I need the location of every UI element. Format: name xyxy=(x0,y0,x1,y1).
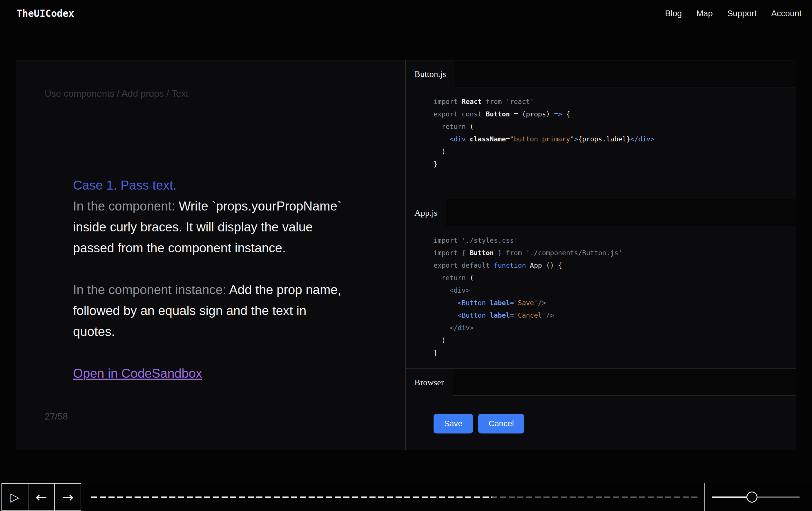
lesson-body-text: passed from the component instance. xyxy=(73,241,286,255)
nav-link-blog[interactable]: Blog xyxy=(665,9,682,18)
nav-links: Blog Map Support Account xyxy=(665,9,802,18)
code-line: export const Button = (props) => { xyxy=(434,108,796,120)
back-arrow-icon: ← xyxy=(35,490,47,504)
top-nav: TheUICodex Blog Map Support Account xyxy=(0,0,812,27)
lesson-text: Case 1. Pass text. In the component: Wri… xyxy=(45,154,342,363)
code-line: ) xyxy=(434,334,796,347)
lesson-progress: 27/58 xyxy=(45,411,68,422)
lesson-paragraph-line: In the component instance: Add the prop … xyxy=(45,259,342,279)
lesson-panel: Use components / Add props / Text Case 1… xyxy=(16,60,405,450)
forward-arrow-icon: → xyxy=(62,490,74,504)
code-line: <Button label='Save'/> xyxy=(434,297,796,309)
demo-save-button[interactable]: Save xyxy=(434,414,473,433)
tab-label: Browser xyxy=(414,377,444,387)
page: TheUICodex Blog Map Support Account Use … xyxy=(0,0,812,511)
code-line: return ( xyxy=(434,120,796,133)
code-line: </div> xyxy=(434,322,796,334)
open-codesandbox-link[interactable]: Open in CodeSandbox xyxy=(73,366,202,380)
browser-preview: Save Cancel xyxy=(406,396,796,433)
lesson-body-text: Write `props.yourPropName` xyxy=(179,199,342,213)
volume-played xyxy=(712,496,752,497)
demo-cancel-button[interactable]: Cancel xyxy=(478,414,524,433)
editor-section-appjs: App.js import './styles.css'import { But… xyxy=(406,199,796,369)
next-step-button[interactable]: → xyxy=(54,483,81,511)
player-bar: ▷ ← → xyxy=(0,483,812,511)
code-line: ) xyxy=(434,145,796,158)
tab-buttonjs[interactable]: Button.js xyxy=(406,60,455,87)
code-line: } xyxy=(434,158,796,170)
play-button[interactable]: ▷ xyxy=(1,483,28,511)
code-line: import './styles.css' xyxy=(434,234,796,247)
code-line: export default function App () { xyxy=(434,259,796,272)
play-icon: ▷ xyxy=(10,491,20,503)
breadcrumb: Use components / Add props / Text xyxy=(45,88,188,99)
browser-preview-section: Browser Save Cancel xyxy=(406,369,796,450)
editor-tabbar-appjs: App.js xyxy=(406,199,796,226)
volume-slider[interactable] xyxy=(712,483,800,511)
code-line: } xyxy=(434,347,796,359)
code-line: <Button label='Cancel'/> xyxy=(434,309,796,322)
code-line: <div className="button primary">{props.l… xyxy=(434,133,796,145)
code-line: import React from 'react' xyxy=(434,96,796,108)
code-line: return ( xyxy=(434,272,796,284)
browser-tabbar: Browser xyxy=(406,369,796,396)
brand-logo[interactable]: TheUICodex xyxy=(17,8,74,19)
nav-link-support[interactable]: Support xyxy=(727,9,757,18)
timeline-scrubber[interactable] xyxy=(91,483,699,511)
lesson-heading-line: Case 1. Pass text. xyxy=(45,154,342,175)
tab-browser[interactable]: Browser xyxy=(406,369,453,396)
lesson-heading: Case 1. Pass text. xyxy=(73,178,177,192)
lesson-body-text: Add the prop name, xyxy=(229,283,341,297)
lesson-label: In the component: xyxy=(73,199,179,213)
lesson-body-text: quotes. xyxy=(73,324,115,339)
tab-appjs[interactable]: App.js xyxy=(406,199,446,226)
lesson-label: In the component instance: xyxy=(73,283,229,297)
lesson-link-line: Open in CodeSandbox xyxy=(45,342,342,363)
timeline-played xyxy=(91,496,492,497)
code-panel: Button.js import React from 'react'expor… xyxy=(405,60,796,450)
editor-section-buttonjs: Button.js import React from 'react'expor… xyxy=(406,60,796,199)
code-editor-appjs[interactable]: import './styles.css'import { Button } f… xyxy=(406,226,796,359)
code-editor-buttonjs[interactable]: import React from 'react'export const Bu… xyxy=(406,87,796,170)
prev-step-button[interactable]: ← xyxy=(28,483,55,511)
tab-label: App.js xyxy=(414,208,437,218)
player-divider xyxy=(704,483,705,511)
lesson-body-text: followed by an equals sign and the text … xyxy=(73,303,307,318)
volume-knob[interactable] xyxy=(747,491,757,503)
nav-link-account[interactable]: Account xyxy=(771,9,802,18)
code-line: import { Button } from './components/But… xyxy=(434,247,796,259)
lesson-body-text: inside curly braces. It will display the… xyxy=(73,220,313,234)
tab-label: Button.js xyxy=(414,69,446,79)
nav-link-map[interactable]: Map xyxy=(696,9,713,18)
code-line: <div> xyxy=(434,284,796,297)
editor-tabbar-buttonjs: Button.js xyxy=(406,60,796,87)
